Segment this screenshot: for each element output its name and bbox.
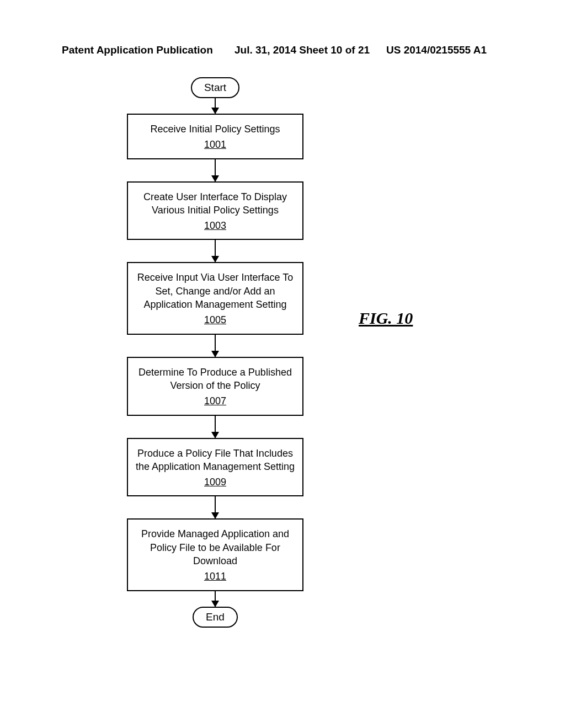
flowchart: Start Receive Initial Policy Settings 10… bbox=[121, 77, 309, 628]
process-1009: Produce a Policy File That Includes the … bbox=[127, 438, 303, 497]
arrow-icon bbox=[215, 591, 216, 607]
arrow-icon bbox=[215, 335, 216, 357]
process-text: Provide Managed Application and Policy F… bbox=[134, 527, 297, 568]
process-ref: 1009 bbox=[204, 475, 226, 489]
process-text: Produce a Policy File That Includes the … bbox=[134, 447, 297, 474]
figure-label: FIG. 10 bbox=[359, 309, 413, 328]
header-pub-number: US 2014/0215555 A1 bbox=[386, 44, 487, 56]
arrow-icon bbox=[215, 496, 216, 518]
process-ref: 1001 bbox=[204, 138, 226, 151]
process-ref: 1007 bbox=[204, 394, 226, 408]
process-text: Receive Initial Policy Settings bbox=[134, 122, 297, 136]
header-publication: Patent Application Publication bbox=[62, 44, 213, 56]
process-text: Receive Input Via User Interface To Set,… bbox=[134, 271, 297, 311]
process-text: Determine To Produce a Published Version… bbox=[134, 366, 297, 393]
process-1001: Receive Initial Policy Settings 1001 bbox=[127, 114, 303, 159]
process-ref: 1003 bbox=[204, 219, 226, 232]
process-1007: Determine To Produce a Published Version… bbox=[127, 357, 303, 416]
arrow-icon bbox=[215, 240, 216, 262]
start-terminator: Start bbox=[191, 77, 239, 98]
arrow-icon bbox=[215, 98, 216, 114]
header-date-sheet: Jul. 31, 2014 Sheet 10 of 21 bbox=[234, 44, 370, 56]
process-1005: Receive Input Via User Interface To Set,… bbox=[127, 262, 303, 334]
process-1003: Create User Interface To Display Various… bbox=[127, 181, 303, 240]
arrow-icon bbox=[215, 159, 216, 181]
arrow-icon bbox=[215, 416, 216, 438]
process-ref: 1011 bbox=[204, 570, 226, 583]
process-1011: Provide Managed Application and Policy F… bbox=[127, 518, 303, 591]
process-text: Create User Interface To Display Various… bbox=[134, 190, 297, 217]
end-terminator: End bbox=[193, 607, 238, 628]
page: Patent Application Publication Jul. 31, … bbox=[0, 0, 565, 728]
process-ref: 1005 bbox=[204, 313, 226, 326]
